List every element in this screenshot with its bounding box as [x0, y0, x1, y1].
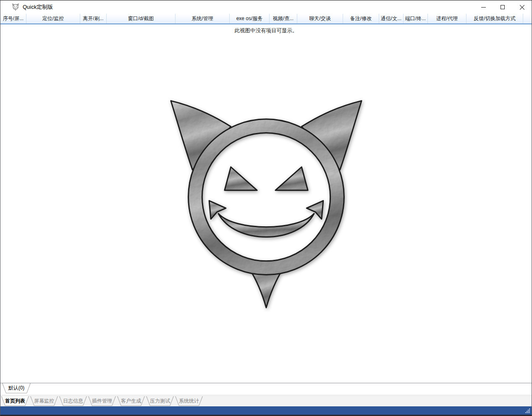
- app-window: Quick定制版 序号/屏... 定位/监控 离开/刷... 窗口/d/截图 系…: [0, 0, 532, 416]
- tab-system-stats[interactable]: 系统统计: [175, 396, 203, 406]
- tab-log-info[interactable]: 日志信息: [59, 396, 87, 406]
- column-header-row: 序号/屏... 定位/监控 离开/刷... 窗口/d/截图 系统/管理 exe …: [0, 14, 532, 24]
- group-tab-label: 默认(0): [2, 383, 31, 392]
- group-tab-bar: 默认(0): [0, 383, 532, 395]
- column-video-view[interactable]: 视频/查...: [270, 14, 297, 24]
- empty-view-message: 此视图中没有项目可显示。: [0, 27, 532, 34]
- close-icon: [519, 5, 525, 10]
- minimize-icon: [481, 7, 486, 8]
- devil-app-icon: [12, 3, 19, 11]
- column-serial-screen[interactable]: 序号/屏...: [0, 14, 26, 24]
- group-tab-default[interactable]: 默认(0): [2, 383, 31, 393]
- maximize-button[interactable]: [493, 0, 512, 14]
- bottom-tab-bar: 首页列表 屏幕监控 日志信息 插件管理 客户生成 压力测试 系统统计: [0, 396, 532, 406]
- tab-client-generate[interactable]: 客户生成: [117, 396, 145, 406]
- tab-stress-test[interactable]: 压力测试: [146, 396, 174, 406]
- window-controls: [474, 0, 532, 14]
- maximize-icon: [501, 5, 505, 9]
- client-list-view[interactable]: 此视图中没有项目可显示。: [0, 24, 532, 383]
- column-feedback-load-mode[interactable]: 反馈/切换加载方式: [466, 14, 523, 24]
- devil-logo-watermark: [168, 98, 364, 310]
- column-comm-file[interactable]: 通信/文...: [379, 14, 404, 24]
- column-remark-modify[interactable]: 备注/修改: [343, 14, 379, 24]
- column-leave-refresh[interactable]: 离开/刷...: [80, 14, 107, 24]
- column-system-manage[interactable]: 系统/管理: [176, 14, 230, 24]
- minimize-button[interactable]: [474, 0, 493, 14]
- column-window-screenshot[interactable]: 窗口/d/截图: [107, 14, 176, 24]
- column-exe-os-service[interactable]: exe os/服务: [230, 14, 270, 24]
- window-title: Quick定制版: [23, 3, 53, 11]
- column-chat-talk[interactable]: 聊天/交谈: [297, 14, 343, 24]
- title-bar[interactable]: Quick定制版: [0, 0, 532, 14]
- column-filler: [523, 14, 532, 24]
- column-locate-monitor[interactable]: 定位/监控: [26, 14, 80, 24]
- column-process-proxy[interactable]: 进程/代理: [428, 14, 466, 24]
- status-bar: [0, 406, 532, 415]
- tab-plugin-manage[interactable]: 插件管理: [88, 396, 116, 406]
- tab-screen-monitor[interactable]: 屏幕监控: [30, 396, 58, 406]
- close-button[interactable]: [512, 0, 532, 14]
- column-port-terminal[interactable]: 端口/终...: [404, 14, 428, 24]
- tab-home-list[interactable]: 首页列表: [1, 396, 29, 406]
- resize-grip[interactable]: [525, 408, 531, 414]
